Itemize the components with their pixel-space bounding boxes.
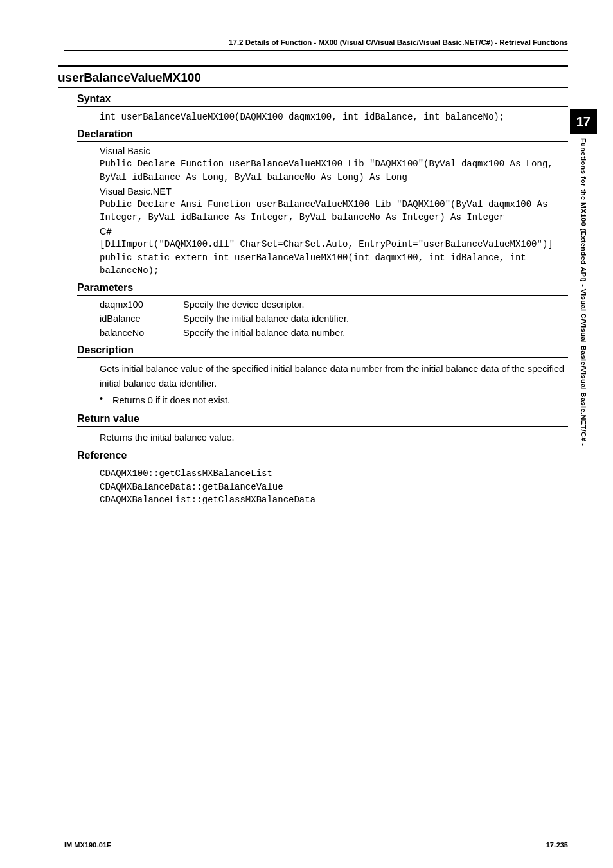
param-desc: Specify the initial balance data identif…: [183, 314, 349, 324]
description-text: Gets initial balance value of the specif…: [100, 362, 568, 391]
syntax-code: int userBalanceValueMX100(DAQMX100 daqmx…: [100, 111, 568, 123]
chapter-number: 17: [570, 109, 597, 134]
function-title: userBalanceValueMX100: [58, 65, 568, 88]
running-header: 17.2 Details of Function - MX00 (Visual …: [64, 39, 568, 51]
param-row: daqmx100 Specify the device descriptor.: [100, 299, 568, 310]
cs-label: C#: [100, 226, 568, 236]
chapter-side-tab: 17 Functions for the MX100 (Extended API…: [570, 109, 597, 446]
bullet-text: Returns 0 if it does not exist.: [112, 393, 230, 407]
reference-code: CDAQMX100::getClassMXBalanceList CDAQMXB…: [100, 467, 568, 506]
param-row: balanceNo Specify the initial balance da…: [100, 328, 568, 338]
chapter-side-text: Functions for the MX100 (Extended API) -…: [580, 138, 587, 446]
bullet-icon: •: [100, 393, 112, 407]
vbnet-label: Visual Basic.NET: [100, 186, 568, 197]
declaration-heading: Declaration: [77, 126, 568, 142]
param-name: daqmx100: [100, 299, 183, 310]
footer-right: 17-235: [546, 841, 568, 849]
page-footer: IM MX190-01E 17-235: [64, 838, 568, 849]
syntax-heading: Syntax: [77, 91, 568, 107]
param-name: balanceNo: [100, 328, 183, 338]
param-desc: Specify the device descriptor.: [183, 299, 305, 310]
param-desc: Specify the initial balance data number.: [183, 328, 345, 338]
description-heading: Description: [77, 342, 568, 358]
param-row: idBalance Specify the initial balance da…: [100, 314, 568, 324]
param-name: idBalance: [100, 314, 183, 324]
vbnet-code: Public Declare Ansi Function userBalance…: [100, 198, 568, 224]
cs-code: [DllImport("DAQMX100.dll" CharSet=CharSe…: [100, 238, 568, 277]
return-value-text: Returns the initial balance value.: [100, 430, 568, 445]
return-value-heading: Return value: [77, 411, 568, 427]
vb-label: Visual Basic: [100, 146, 568, 156]
parameters-heading: Parameters: [77, 279, 568, 296]
reference-heading: Reference: [77, 447, 568, 463]
vb-code: Public Declare Function userBalanceValue…: [100, 157, 568, 184]
footer-left: IM MX190-01E: [64, 841, 111, 849]
description-bullet: • Returns 0 if it does not exist.: [100, 393, 568, 407]
